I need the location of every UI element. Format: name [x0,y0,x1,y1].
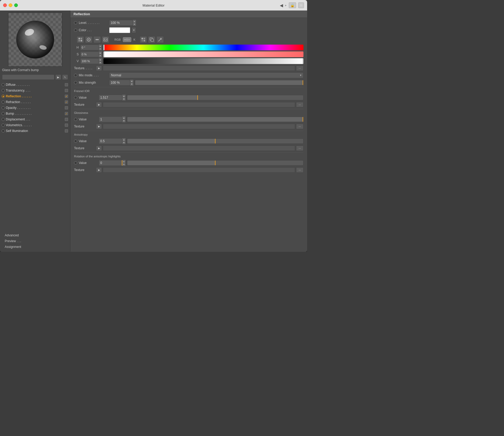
radio-mix-mode[interactable] [74,74,77,77]
radio-level[interactable] [74,21,77,24]
nav-image-icon[interactable]: ▸ [285,3,287,7]
h-spinner-down[interactable]: ▼ [99,48,102,51]
sidebar-item-refraction[interactable]: Refraction . . . . . . ✓ [0,99,70,105]
radio-self-illumination[interactable] [2,129,5,132]
radio-displacement[interactable] [2,118,5,121]
radial-tool-button[interactable] [85,36,92,43]
fresnel-spinner-down[interactable]: ▼ [122,98,125,101]
v-slider[interactable] [103,58,303,64]
mix-strength-slider[interactable] [135,80,303,85]
checkbox-opacity[interactable] [65,106,68,109]
glossiness-texture-arrow[interactable]: ▶ [96,124,102,129]
hsv-mode-button[interactable]: HSV [123,37,132,42]
radio-mix-strength[interactable] [74,81,77,84]
sidebar-item-preview[interactable]: Preview . . . [3,238,70,244]
s-slider[interactable] [103,51,303,57]
checkbox-diffuse[interactable] [65,83,68,86]
flat-tool-button[interactable] [93,36,101,43]
radio-glossiness-value[interactable] [74,118,77,121]
s-spinner[interactable]: ▲ ▼ [99,51,102,57]
v-input[interactable] [80,58,99,64]
checkbox-reflection[interactable]: ✓ [65,95,68,98]
mix-strength-spinner-down[interactable]: ▼ [130,83,133,86]
fresnel-texture-bar[interactable] [103,102,295,107]
checkbox-bump[interactable]: ✓ [65,112,68,115]
rotation-spinner[interactable]: ▲ ▼ [122,160,125,166]
rotation-spinner-down[interactable]: ▼ [122,163,125,166]
anisotropy-texture-arrow[interactable]: ▶ [96,146,102,151]
radio-rotation-value[interactable] [74,161,77,164]
anisotropy-value-input[interactable] [99,138,122,144]
sidebar-item-translucency[interactable]: Translucency. . . . [0,88,70,93]
radio-color[interactable] [74,29,77,32]
anisotropy-texture-more[interactable]: ··· [296,146,303,151]
h-slider[interactable] [103,45,303,50]
glossiness-spinner-up[interactable]: ▲ [122,116,125,119]
texture-arrow-button[interactable]: ▶ [96,66,102,71]
h-input[interactable] [80,45,99,50]
checkbox-refraction[interactable]: ✓ [65,100,68,104]
image-tool-button[interactable] [102,36,109,43]
mix-mode-select[interactable]: Normal Multiply Screen Overlay [109,72,303,78]
glossiness-texture-bar[interactable] [103,124,295,129]
level-spinner-up[interactable]: ▲ [133,20,136,23]
level-spinner-down[interactable]: ▼ [133,23,136,26]
texture-more-button[interactable]: ··· [296,66,303,71]
glossiness-value-input[interactable] [99,116,122,122]
anisotropy-slider[interactable] [127,139,303,144]
fresnel-spinner[interactable]: ▲ ▼ [122,95,125,100]
glossiness-spinner[interactable]: ▲ ▼ [122,116,125,122]
h-spinner-up[interactable]: ▲ [99,45,102,47]
fresnel-texture-more[interactable]: ··· [296,102,303,107]
rgb-mode-button[interactable]: RGB [113,38,122,42]
search-input[interactable] [2,75,54,80]
rotation-slider[interactable] [127,160,303,166]
s-spinner-up[interactable]: ▲ [99,51,102,54]
anisotropy-texture-bar[interactable] [103,146,295,151]
fresnel-texture-arrow[interactable]: ▶ [96,102,102,107]
fresnel-value-input[interactable] [99,95,122,100]
sidebar-item-advanced[interactable]: Advanced [3,232,70,238]
checkbox-displacement[interactable] [65,118,68,121]
radio-anisotropy-value[interactable] [74,140,77,143]
color-dropdown-button[interactable]: ▼ [132,27,136,33]
radio-refraction[interactable] [2,100,5,104]
s-spinner-down[interactable]: ▼ [99,55,102,57]
radio-opacity[interactable] [2,106,5,109]
eyedropper-button[interactable] [156,36,164,43]
sidebar-item-volumetrics[interactable]: Volumetrics. . . . . . [0,122,70,128]
sidebar-item-self-illumination[interactable]: Self Illumination [0,128,70,134]
rotation-texture-arrow[interactable]: ▶ [96,167,102,173]
radio-volumetrics[interactable] [2,124,5,127]
search-arrow-button[interactable]: ▶ [55,75,61,80]
sidebar-item-displacement[interactable]: Displacement . . . [0,116,70,122]
color-swatch[interactable] [109,27,130,33]
v-spinner-down[interactable]: ▼ [99,61,102,64]
checkbox-volumetrics[interactable] [65,124,68,127]
h-spinner[interactable]: ▲ ▼ [99,45,102,50]
rotation-value-input[interactable] [99,160,122,166]
maximize-button[interactable] [14,3,18,7]
level-input[interactable] [109,20,133,26]
sidebar-item-reflection[interactable]: Reflection . . . . . . ✓ [0,93,70,99]
anisotropy-spinner[interactable]: ▲ ▼ [122,138,125,144]
radio-translucency[interactable] [2,89,5,92]
rotation-texture-bar[interactable] [103,167,295,173]
k-mode-button[interactable]: K [132,38,136,42]
v-spinner-up[interactable]: ▲ [99,58,102,61]
radio-reflection[interactable] [2,95,5,98]
lock-button[interactable]: 🔒 [289,2,296,8]
fresnel-slider[interactable] [127,95,303,100]
rotation-texture-more[interactable]: ··· [296,167,303,173]
nav-back-icon[interactable]: ◀ [280,3,283,8]
checkbox-self-illumination[interactable] [65,129,68,132]
radio-diffuse[interactable] [2,83,5,86]
swatch-grid-button[interactable] [140,36,147,43]
glossiness-texture-more[interactable]: ··· [296,124,303,129]
mix-strength-input[interactable] [109,80,130,86]
mix-strength-spinner-up[interactable]: ▲ [130,80,133,83]
sidebar-item-bump[interactable]: Bump . . . . . . . . . . ✓ [0,111,70,116]
rotation-spinner-up[interactable]: ▲ [122,160,125,163]
level-spinner[interactable]: ▲ ▼ [133,20,136,26]
fresnel-spinner-up[interactable]: ▲ [122,95,125,98]
